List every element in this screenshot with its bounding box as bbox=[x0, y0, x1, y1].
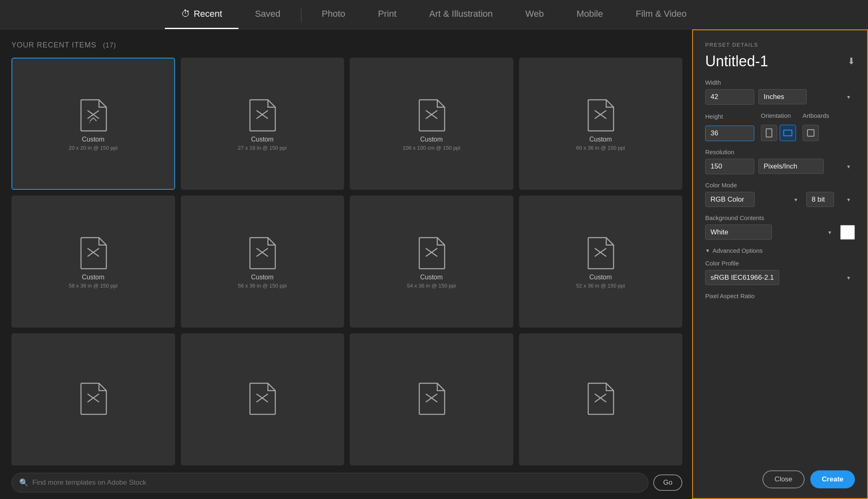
grid-item-title-5: Custom bbox=[251, 274, 274, 281]
grid-item-sub-1: 27 x 18 in @ 150 ppi bbox=[238, 145, 287, 151]
grid-item-7[interactable]: Custom 52 x 36 in @ 150 ppi bbox=[519, 196, 683, 328]
resolution-unit-wrapper: Pixels/Inch Pixels/Centimeter bbox=[758, 159, 855, 174]
landscape-button[interactable] bbox=[780, 125, 796, 141]
file-icon-11 bbox=[586, 382, 615, 415]
bg-contents-select[interactable]: White Black Background Color Transparent… bbox=[705, 225, 772, 240]
file-icon-3 bbox=[586, 98, 615, 132]
preset-title: Untitled-1 bbox=[705, 53, 768, 70]
tab-film-label: Film & Video bbox=[636, 9, 686, 19]
nav-divider bbox=[301, 7, 301, 22]
file-icon-2 bbox=[417, 98, 446, 132]
tab-art-label: Art & Illustration bbox=[429, 9, 492, 19]
grid-item-2[interactable]: Custom 106 x 100 cm @ 150 ppi bbox=[350, 58, 513, 190]
grid-item-title-1: Custom bbox=[251, 136, 274, 143]
grid-item-title-6: Custom bbox=[420, 274, 443, 281]
width-row: Inches Pixels Centimeters Millimeters Po… bbox=[705, 89, 855, 105]
grid-item-title-3: Custom bbox=[589, 136, 612, 143]
svg-rect-25 bbox=[766, 129, 772, 137]
grid-item-1[interactable]: Custom 27 x 18 in @ 150 ppi bbox=[181, 58, 344, 190]
color-depth-wrapper: 8 bit 16 bit 32 bit bbox=[806, 192, 855, 207]
tab-film[interactable]: Film & Video bbox=[619, 0, 703, 29]
tab-recent-label: Recent bbox=[193, 9, 222, 19]
grid-item-sub-7: 52 x 36 in @ 150 ppi bbox=[576, 283, 625, 289]
go-button[interactable]: Go bbox=[653, 474, 682, 491]
file-icon-7 bbox=[586, 236, 615, 270]
file-icon-8 bbox=[79, 382, 108, 415]
tab-photo[interactable]: Photo bbox=[306, 0, 362, 29]
artboard-toggle[interactable] bbox=[803, 125, 819, 141]
color-depth-select[interactable]: 8 bit 16 bit 32 bit bbox=[806, 192, 834, 207]
grid-item-title-4: Custom bbox=[82, 274, 104, 281]
advanced-options-toggle[interactable]: ▼ Advanced Options bbox=[705, 247, 855, 254]
color-profile-wrapper: sRGB IEC61966-2.1 Adobe RGB (1998) ProPh… bbox=[705, 270, 855, 285]
grid-item-10[interactable] bbox=[350, 333, 513, 465]
tab-web[interactable]: Web bbox=[509, 0, 560, 29]
color-swatch[interactable] bbox=[840, 225, 855, 240]
tab-web-label: Web bbox=[526, 9, 544, 19]
tab-photo-label: Photo bbox=[322, 9, 346, 19]
item-count: (17) bbox=[103, 42, 116, 49]
tab-print[interactable]: Print bbox=[362, 0, 413, 29]
file-icon-6 bbox=[417, 236, 446, 270]
grid-item-sub-4: 58 x 36 in @ 150 ppi bbox=[69, 283, 117, 289]
grid-item-title-7: Custom bbox=[589, 274, 612, 281]
recent-items-grid: Custom 20 x 20 in @ 150 ppi Custom 27 x … bbox=[11, 58, 682, 465]
height-input[interactable] bbox=[705, 126, 754, 141]
resolution-unit-select[interactable]: Pixels/Inch Pixels/Centimeter bbox=[758, 159, 824, 174]
tab-saved-label: Saved bbox=[255, 9, 280, 19]
right-panel: PRESET DETAILS Untitled-1 ⬇ Width Inches… bbox=[692, 29, 868, 499]
preset-label: PRESET DETAILS bbox=[705, 42, 855, 48]
resolution-input[interactable] bbox=[705, 159, 754, 174]
file-icon-4 bbox=[79, 236, 108, 270]
tab-art[interactable]: Art & Illustration bbox=[413, 0, 509, 29]
width-unit-select[interactable]: Inches Pixels Centimeters Millimeters Po… bbox=[758, 89, 807, 104]
color-mode-select[interactable]: RGB Color Bitmap Grayscale CMYK Color La… bbox=[705, 192, 755, 207]
grid-item-0[interactable]: Custom 20 x 20 in @ 150 ppi bbox=[11, 58, 175, 190]
grid-item-6[interactable]: Custom 54 x 36 in @ 150 ppi bbox=[350, 196, 513, 328]
width-unit-wrapper: Inches Pixels Centimeters Millimeters Po… bbox=[758, 89, 855, 105]
file-icon-10 bbox=[417, 382, 446, 415]
advanced-options-label: Advanced Options bbox=[713, 247, 763, 254]
resolution-label: Resolution bbox=[705, 148, 855, 155]
file-icon-0 bbox=[79, 98, 108, 132]
tab-mobile[interactable]: Mobile bbox=[560, 0, 619, 29]
width-input[interactable] bbox=[705, 89, 754, 105]
create-button[interactable]: Create bbox=[810, 470, 855, 488]
bottom-buttons: Close Create bbox=[705, 463, 855, 488]
search-bar-container: 🔍 Go bbox=[11, 465, 682, 499]
close-button[interactable]: Close bbox=[762, 470, 805, 488]
color-mode-label: Color Mode bbox=[705, 182, 855, 189]
tab-print-label: Print bbox=[378, 9, 396, 19]
grid-item-8[interactable] bbox=[11, 333, 175, 465]
svg-rect-26 bbox=[784, 130, 792, 136]
portrait-button[interactable] bbox=[761, 125, 777, 141]
clock-icon: ⏱ bbox=[181, 9, 190, 19]
tab-saved[interactable]: Saved bbox=[238, 0, 297, 29]
grid-item-11[interactable] bbox=[519, 333, 683, 465]
search-bar: 🔍 bbox=[11, 473, 648, 492]
bg-contents-row: White Black Background Color Transparent… bbox=[705, 225, 855, 240]
grid-item-sub-0: 20 x 20 in @ 150 ppi bbox=[69, 145, 117, 151]
left-panel: YOUR RECENT ITEMS (17) Custom 20 x 20 in… bbox=[0, 29, 692, 499]
tab-recent[interactable]: ⏱ Recent bbox=[165, 0, 238, 29]
svg-rect-27 bbox=[807, 130, 814, 136]
grid-item-5[interactable]: Custom 56 x 36 in @ 150 ppi bbox=[181, 196, 344, 328]
file-icon-5 bbox=[247, 236, 277, 270]
orientation-buttons bbox=[761, 125, 796, 141]
grid-item-4[interactable]: Custom 58 x 36 in @ 150 ppi bbox=[11, 196, 175, 328]
top-navigation: ⏱ Recent Saved Photo Print Art & Illustr… bbox=[0, 0, 868, 29]
grid-item-sub-3: 60 x 36 in @ 150 ppi bbox=[576, 145, 625, 151]
grid-item-sub-5: 56 x 36 in @ 150 ppi bbox=[238, 283, 287, 289]
grid-item-9[interactable] bbox=[181, 333, 344, 465]
chevron-icon: ▼ bbox=[705, 248, 710, 254]
search-input[interactable] bbox=[32, 479, 641, 487]
section-header: YOUR RECENT ITEMS (17) bbox=[11, 41, 682, 49]
width-label: Width bbox=[705, 79, 855, 86]
preset-title-row: Untitled-1 ⬇ bbox=[705, 53, 855, 70]
search-icon: 🔍 bbox=[19, 478, 28, 487]
color-profile-label: Color Profile bbox=[705, 260, 855, 267]
color-profile-select[interactable]: sRGB IEC61966-2.1 Adobe RGB (1998) ProPh… bbox=[705, 270, 779, 285]
grid-item-3[interactable]: Custom 60 x 36 in @ 150 ppi bbox=[519, 58, 683, 190]
download-icon[interactable]: ⬇ bbox=[848, 56, 855, 67]
color-mode-wrapper: RGB Color Bitmap Grayscale CMYK Color La… bbox=[705, 192, 802, 207]
